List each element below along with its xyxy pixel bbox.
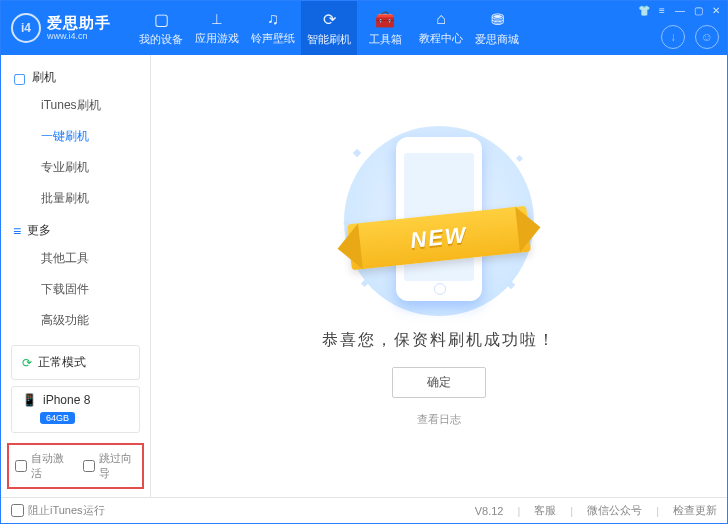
- option-checkbox[interactable]: [15, 460, 27, 472]
- success-text: 恭喜您，保资料刷机成功啦！: [322, 330, 556, 351]
- tab-icon: ⟂: [212, 10, 222, 28]
- close-button[interactable]: ✕: [709, 3, 723, 17]
- success-illustration: NEW: [334, 126, 544, 316]
- mode-label: 正常模式: [38, 354, 86, 371]
- sidebar-options: 自动激活跳过向导: [7, 443, 144, 489]
- tab-label: 教程中心: [419, 31, 463, 46]
- sidebar-item[interactable]: iTunes刷机: [1, 90, 150, 121]
- sidebar-item[interactable]: 一键刷机: [1, 121, 150, 152]
- tab-1[interactable]: ⟂应用游戏: [189, 1, 245, 55]
- tab-icon: 🧰: [375, 10, 395, 29]
- tab-icon: ♫: [267, 10, 279, 28]
- sidebar-item[interactable]: 专业刷机: [1, 152, 150, 183]
- brand-text: 爱思助手 www.i4.cn: [47, 15, 111, 41]
- tab-icon: ⟳: [323, 10, 336, 29]
- view-log-link[interactable]: 查看日志: [417, 412, 461, 427]
- separator: |: [570, 505, 573, 517]
- group-icon: ▢: [13, 70, 26, 86]
- body: ▢刷机iTunes刷机一键刷机专业刷机批量刷机≡更多其他工具下载固件高级功能 ⟳…: [1, 55, 727, 497]
- tab-2[interactable]: ♫铃声壁纸: [245, 1, 301, 55]
- option-label: 自动激活: [31, 451, 69, 481]
- footer-link[interactable]: 微信公众号: [587, 503, 642, 518]
- storage-badge: 64GB: [40, 412, 75, 424]
- tab-icon: ▢: [154, 10, 169, 29]
- sidebar-groups: ▢刷机iTunes刷机一键刷机专业刷机批量刷机≡更多其他工具下载固件高级功能: [1, 55, 150, 339]
- group-title: 更多: [27, 222, 51, 239]
- block-itunes-checkbox[interactable]: 阻止iTunes运行: [11, 503, 105, 518]
- minimize-button[interactable]: —: [673, 3, 687, 17]
- menu-button[interactable]: ≡: [655, 3, 669, 17]
- option-label: 跳过向导: [99, 451, 137, 481]
- version-label: V8.12: [475, 505, 504, 517]
- window-controls: 👕 ≡ — ▢ ✕: [637, 3, 723, 17]
- tab-6[interactable]: ⛃爱思商城: [469, 1, 525, 55]
- tab-3[interactable]: ⟳智能刷机: [301, 1, 357, 55]
- option-checkbox[interactable]: [83, 460, 95, 472]
- tab-0[interactable]: ▢我的设备: [133, 1, 189, 55]
- title-right-actions: ↓ ☺: [661, 25, 719, 49]
- maximize-button[interactable]: ▢: [691, 3, 705, 17]
- ribbon-label: NEW: [409, 222, 469, 254]
- sidebar-item[interactable]: 批量刷机: [1, 183, 150, 214]
- brand-logo: i4 爱思助手 www.i4.cn: [11, 13, 123, 43]
- separator: |: [656, 505, 659, 517]
- sidebar-option[interactable]: 跳过向导: [83, 451, 137, 481]
- ok-button[interactable]: 确定: [392, 367, 486, 398]
- sidebar-item[interactable]: 下载固件: [1, 274, 150, 305]
- tab-icon: ⌂: [436, 10, 446, 28]
- mode-box[interactable]: ⟳ 正常模式: [11, 345, 140, 380]
- user-icon[interactable]: ☺: [695, 25, 719, 49]
- sidebar-group-header: ▢刷机: [1, 61, 150, 90]
- tab-5[interactable]: ⌂教程中心: [413, 1, 469, 55]
- refresh-icon: ⟳: [22, 356, 32, 370]
- device-box[interactable]: 📱 iPhone 8 64GB: [11, 386, 140, 433]
- device-name: iPhone 8: [43, 393, 90, 407]
- group-icon: ≡: [13, 223, 21, 239]
- footer-link[interactable]: 客服: [534, 503, 556, 518]
- brand-domain: www.i4.cn: [47, 32, 111, 41]
- tab-label: 铃声壁纸: [251, 31, 295, 46]
- tab-label: 我的设备: [139, 32, 183, 47]
- sidebar: ▢刷机iTunes刷机一键刷机专业刷机批量刷机≡更多其他工具下载固件高级功能 ⟳…: [1, 55, 151, 497]
- download-icon[interactable]: ↓: [661, 25, 685, 49]
- tab-icon: ⛃: [491, 10, 504, 29]
- brand-name: 爱思助手: [47, 15, 111, 30]
- tab-label: 工具箱: [369, 32, 402, 47]
- tshirt-button[interactable]: 👕: [637, 3, 651, 17]
- tab-4[interactable]: 🧰工具箱: [357, 1, 413, 55]
- block-itunes-label: 阻止iTunes运行: [28, 503, 105, 518]
- app-window: i4 爱思助手 www.i4.cn ▢我的设备⟂应用游戏♫铃声壁纸⟳智能刷机🧰工…: [0, 0, 728, 524]
- tab-label: 应用游戏: [195, 31, 239, 46]
- tab-label: 爱思商城: [475, 32, 519, 47]
- title-bar: i4 爱思助手 www.i4.cn ▢我的设备⟂应用游戏♫铃声壁纸⟳智能刷机🧰工…: [1, 1, 727, 55]
- logo-icon: i4: [11, 13, 41, 43]
- block-itunes-input[interactable]: [11, 504, 24, 517]
- status-bar: 阻止iTunes运行 V8.12 |客服|微信公众号|检查更新: [1, 497, 727, 523]
- sidebar-group-header: ≡更多: [1, 214, 150, 243]
- tab-label: 智能刷机: [307, 32, 351, 47]
- sidebar-item[interactable]: 其他工具: [1, 243, 150, 274]
- footer-link[interactable]: 检查更新: [673, 503, 717, 518]
- separator: |: [517, 505, 520, 517]
- group-title: 刷机: [32, 69, 56, 86]
- main-panel: NEW 恭喜您，保资料刷机成功啦！ 确定 查看日志: [151, 55, 727, 497]
- sidebar-item[interactable]: 高级功能: [1, 305, 150, 336]
- footer-right: V8.12 |客服|微信公众号|检查更新: [475, 503, 717, 518]
- phone-icon: 📱: [22, 393, 37, 407]
- sidebar-option[interactable]: 自动激活: [15, 451, 69, 481]
- top-tabs: ▢我的设备⟂应用游戏♫铃声壁纸⟳智能刷机🧰工具箱⌂教程中心⛃爱思商城: [133, 1, 525, 55]
